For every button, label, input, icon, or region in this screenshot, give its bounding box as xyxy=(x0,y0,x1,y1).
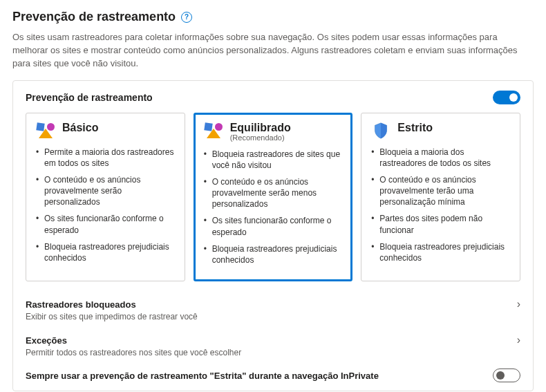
tracking-level-cards: Básico Permite a maioria dos rastreadore… xyxy=(26,113,520,282)
blocked-trackers-link[interactable]: Rastreadores bloqueados › xyxy=(26,294,520,312)
info-icon[interactable]: ? xyxy=(181,12,192,23)
card-strict-bullets: Bloqueia a maioria dos rastreadores de t… xyxy=(371,147,510,264)
inprivate-strict-row: Sempre usar a prevenção de rastreamento … xyxy=(26,366,520,385)
card-basic-header: Básico xyxy=(36,122,175,140)
list-item: O conteúdo e os anúncios provavelmente s… xyxy=(204,176,343,210)
card-balanced-header: Equilibrado (Recomendado) xyxy=(204,122,343,142)
card-strict-title: Estrito xyxy=(397,122,433,134)
page-title-text: Prevenção de rastreamento xyxy=(12,10,176,24)
card-strict-header: Estrito xyxy=(371,122,510,140)
tracking-prevention-label: Prevenção de rastreamento xyxy=(26,92,153,103)
tracking-prevention-header: Prevenção de rastreamento xyxy=(26,91,520,104)
list-item: Os sites funcionarão conforme o esperado xyxy=(204,215,343,237)
list-item: Bloqueia rastreadores prejudiciais conhe… xyxy=(36,241,175,263)
toggle-knob-icon xyxy=(496,371,505,380)
list-item: Bloqueia rastreadores prejudiciais conhe… xyxy=(371,241,510,263)
card-balanced-bullets: Bloqueia rastreadores de sites que você … xyxy=(204,149,343,266)
chevron-right-icon: › xyxy=(517,334,520,346)
card-basic-title: Básico xyxy=(62,122,98,134)
card-balanced-title: Equilibrado xyxy=(230,122,291,134)
card-basic-bullets: Permite a maioria dos rastreadores em to… xyxy=(36,147,175,264)
inprivate-strict-label: Sempre usar a prevenção de rastreamento … xyxy=(26,371,379,381)
list-item: Os sites funcionarão conforme o esperado xyxy=(36,213,175,235)
exceptions-link[interactable]: Exceções › xyxy=(26,330,520,348)
card-strict[interactable]: Estrito Bloqueia a maioria dos rastreado… xyxy=(361,113,520,282)
chevron-right-icon: › xyxy=(517,298,520,310)
tracking-prevention-toggle[interactable] xyxy=(493,91,520,104)
toggle-knob-icon xyxy=(509,93,518,102)
shield-icon xyxy=(371,122,390,140)
card-basic[interactable]: Básico Permite a maioria dos rastreadore… xyxy=(26,113,185,282)
shapes-icon xyxy=(36,122,55,140)
tracking-prevention-panel: Prevenção de rastreamento Básico Permite… xyxy=(12,80,534,392)
page-description: Os sites usam rastreadores para coletar … xyxy=(12,31,534,71)
list-item: Partes dos sites podem não funcionar xyxy=(371,213,510,235)
list-item: O conteúdo e os anúncios provavelmente s… xyxy=(36,174,175,208)
shapes-icon xyxy=(204,122,223,140)
list-item: O conteúdo e os anúncios provavelmente t… xyxy=(371,174,510,208)
inprivate-strict-toggle[interactable] xyxy=(493,368,520,382)
exceptions-desc: Permitir todos os rastreadores nos sites… xyxy=(26,348,520,357)
list-item: Bloqueia rastreadores prejudiciais conhe… xyxy=(204,243,343,265)
exceptions-title: Exceções xyxy=(26,335,67,346)
card-balanced-subtitle: (Recomendado) xyxy=(230,133,291,142)
list-item: Bloqueia a maioria dos rastreadores de t… xyxy=(371,147,510,169)
list-item: Bloqueia rastreadores de sites que você … xyxy=(204,149,343,171)
page-title: Prevenção de rastreamento ? xyxy=(12,10,534,24)
list-item: Permite a maioria dos rastreadores em to… xyxy=(36,147,175,169)
blocked-trackers-title: Rastreadores bloqueados xyxy=(26,299,136,310)
card-balanced[interactable]: Equilibrado (Recomendado) Bloqueia rastr… xyxy=(194,113,353,282)
blocked-trackers-desc: Exibir os sites que impedimos de rastrea… xyxy=(26,312,520,321)
